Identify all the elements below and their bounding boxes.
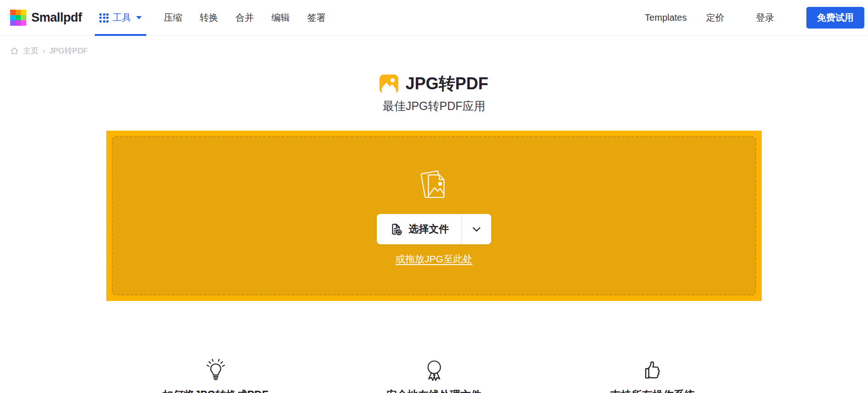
upload-dropzone-inner[interactable]: 选择文件 或拖放JPG至此处: [112, 136, 756, 295]
nav-item-convert[interactable]: 转换: [200, 12, 218, 24]
nav-item-merge[interactable]: 合并: [236, 12, 254, 24]
feature-security: 安全地在线处理文件: [351, 358, 517, 393]
file-plus-icon: [389, 222, 403, 236]
feature-title: 安全地在线处理文件: [386, 388, 482, 393]
choose-options-toggle[interactable]: [462, 214, 491, 244]
smallpdf-logo[interactable]: Smallpdf: [10, 10, 82, 26]
thumbs-up-icon: [641, 358, 665, 382]
breadcrumb-separator: ›: [43, 47, 45, 55]
drop-files-hint-link[interactable]: 或拖放JPG至此处: [396, 253, 472, 266]
nav-item-pricing[interactable]: 定价: [706, 12, 724, 24]
jpg-image-icon: [379, 75, 398, 93]
award-icon: [422, 358, 446, 382]
breadcrumb: 主页 › JPG转PDF: [0, 36, 868, 59]
breadcrumb-current: JPG转PDF: [49, 46, 88, 56]
upload-dropzone[interactable]: 选择文件 或拖放JPG至此处: [106, 131, 762, 301]
choose-files-label: 选择文件: [408, 222, 449, 236]
nav-tools-label: 工具: [113, 12, 131, 24]
main-nav: 压缩 转换 合并 编辑 签署: [164, 12, 326, 24]
tools-grid-icon: [99, 13, 109, 23]
caret-down-icon: [136, 16, 142, 19]
hero-section: JPG转PDF 最佳JPG转PDF应用: [0, 73, 868, 114]
nav-right: Templates 定价 登录 免费试用: [645, 7, 868, 29]
smallpdf-logo-icon: [10, 10, 26, 26]
brand-name: Smallpdf: [31, 11, 82, 25]
choose-files-button[interactable]: 选择文件: [377, 214, 491, 244]
top-navbar: Smallpdf 工具 压缩 转换 合并 编辑 签署 Templates 定价 …: [0, 0, 868, 36]
feature-how-to: 如何将JPG转换成PDF: [133, 358, 299, 393]
feature-title: 如何将JPG转换成PDF: [162, 388, 268, 393]
lightbulb-icon: [204, 358, 228, 382]
page-subtitle: 最佳JPG转PDF应用: [0, 98, 868, 114]
feature-os-support: 支持所有操作系统: [570, 358, 736, 393]
page-title: JPG转PDF: [405, 73, 488, 95]
nav-item-edit[interactable]: 编辑: [271, 12, 290, 24]
features-row: 如何将JPG转换成PDF 安全地在线处理文件 支持所有操作系统: [0, 358, 868, 393]
stacked-photos-icon: [417, 166, 452, 204]
nav-tools-dropdown[interactable]: 工具: [95, 0, 146, 36]
login-link[interactable]: 登录: [756, 12, 774, 24]
free-trial-button[interactable]: 免费试用: [806, 7, 864, 29]
home-icon: [10, 46, 19, 55]
nav-item-templates[interactable]: Templates: [645, 12, 687, 23]
chevron-down-icon: [472, 227, 481, 232]
nav-item-compress[interactable]: 压缩: [164, 12, 182, 24]
feature-title: 支持所有操作系统: [610, 388, 695, 393]
nav-item-sign[interactable]: 签署: [307, 12, 326, 24]
breadcrumb-home[interactable]: 主页: [23, 46, 39, 56]
